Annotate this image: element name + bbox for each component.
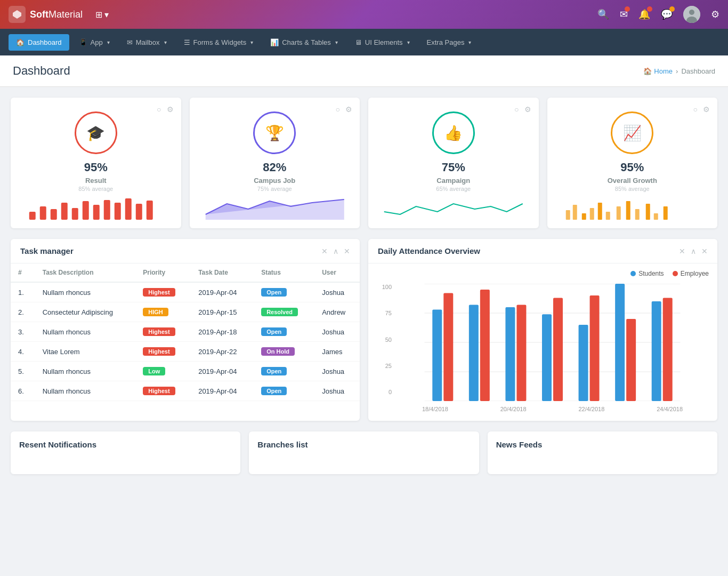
result-avg: 85% average — [19, 186, 173, 192]
task-manager-actions: ✕ ∧ ✕ — [321, 247, 350, 255]
svg-point-1 — [689, 10, 694, 15]
task-table-header-row: # Task Description Priority Task Date St… — [11, 263, 360, 282]
nav-mailbox[interactable]: ✉ Mailbox ▾ — [119, 34, 174, 51]
task-user: Joshua — [314, 282, 360, 302]
svg-rect-27 — [663, 206, 667, 220]
forms-icon: ☰ — [184, 38, 190, 46]
campus-circle: 🏆 — [253, 111, 296, 154]
bottom-panels: Resent Notifications Branches list News … — [11, 431, 717, 474]
mailbox-icon: ✉ — [127, 38, 133, 46]
app-icon: 📱 — [79, 38, 87, 46]
campus-value: 82% — [198, 161, 352, 174]
breadcrumb-home[interactable]: 🏠 Home — [643, 67, 673, 75]
attendance-panel: Daily Attendance Overview ✕ ∧ ✕ Students… — [368, 239, 717, 421]
bar-employee — [516, 305, 526, 401]
task-status: Open — [254, 322, 314, 342]
nav-app[interactable]: 📱 App ▾ — [71, 34, 117, 51]
brand-logo — [9, 6, 26, 23]
card-growth-gear-icon[interactable]: ⚙ — [703, 105, 710, 114]
svg-rect-6 — [61, 203, 68, 220]
chat-button[interactable]: 💬 — [661, 9, 673, 20]
task-date: 2019-Apr-22 — [191, 342, 254, 362]
col-user: User — [314, 263, 360, 282]
bell-button[interactable]: 🔔 — [638, 9, 650, 20]
legend-employee-dot — [673, 271, 678, 276]
svg-rect-14 — [147, 201, 153, 220]
card-growth-circle-icon[interactable]: ○ — [693, 105, 698, 114]
campaign-circle: 👍 — [432, 111, 475, 154]
card-campaign-gear-icon[interactable]: ⚙ — [524, 105, 531, 114]
attendance-close-icon[interactable]: ✕ — [701, 247, 708, 255]
bars-area: 18/4/2018 20/4/2018 22/4/2018 24/4/2018 — [396, 284, 709, 412]
nav-mailbox-label: Mailbox — [136, 38, 160, 46]
breadcrumb-separator: › — [676, 67, 678, 75]
task-desc: Nullam rhoncus — [35, 381, 136, 401]
bar-students — [652, 301, 661, 401]
main-content: ○ ⚙ 🎓 95% Result 85% average — [0, 87, 728, 485]
task-status: Open — [254, 381, 314, 401]
svg-rect-25 — [645, 204, 650, 220]
task-date: 2019-Apr-18 — [191, 322, 254, 342]
task-priority: Highest — [135, 322, 191, 342]
task-priority: Highest — [135, 282, 191, 302]
search-button[interactable]: 🔍 — [597, 9, 609, 20]
mail-button[interactable]: ✉ — [620, 9, 628, 20]
page-title: Dashboard — [13, 64, 70, 78]
branches-title: Branches list — [257, 440, 470, 449]
attendance-minimize-icon[interactable]: ∧ — [691, 247, 696, 255]
bar-employee — [590, 295, 600, 401]
legend-employee-label: Employee — [681, 270, 709, 277]
table-row: 1. Nullam rhoncus Highest 2019-Apr-04 Op… — [11, 282, 360, 302]
settings-button[interactable]: ⚙ — [711, 9, 719, 20]
attendance-actions: ✕ ∧ ✕ — [679, 247, 708, 255]
task-desc: Consectetur Adipiscing — [35, 302, 136, 322]
card-campus-circle-icon[interactable]: ○ — [336, 105, 340, 114]
main-navigation: 🏠 Dashboard 📱 App ▾ ✉ Mailbox ▾ ☰ Forms … — [0, 29, 728, 55]
task-manager-title: Task manager — [20, 246, 74, 255]
task-priority: HIGH — [135, 302, 191, 322]
grid-icon[interactable]: ⊞ ▾ — [95, 10, 109, 20]
card-result-icons: ○ ⚙ — [157, 105, 173, 114]
col-num: # — [11, 263, 35, 282]
card-campaign-circle-icon[interactable]: ○ — [514, 105, 519, 114]
svg-rect-13 — [136, 204, 142, 220]
svg-rect-22 — [616, 206, 620, 220]
card-result-circle-icon[interactable]: ○ — [157, 105, 161, 114]
result-circle: 🎓 — [75, 111, 117, 154]
breadcrumb-bar: Dashboard 🏠 Home › Dashboard — [0, 55, 728, 87]
task-user: Andrew — [314, 302, 360, 322]
charts-icon: 📊 — [270, 38, 279, 46]
nav-charts-tables[interactable]: 📊 Charts & Tables ▾ — [263, 34, 345, 51]
nav-charts-label: Charts & Tables — [282, 38, 331, 46]
nav-ui-elements[interactable]: 🖥 UI Elements ▾ — [347, 34, 417, 51]
nav-extra-pages[interactable]: Extra Pages ▾ — [419, 34, 479, 51]
nav-extra-label: Extra Pages — [427, 38, 465, 46]
stat-card-campaign: ○ ⚙ 👍 75% Campaign 65% average — [368, 98, 539, 228]
task-collapse-icon[interactable]: ✕ — [321, 247, 328, 255]
attendance-collapse-icon[interactable]: ✕ — [679, 247, 685, 255]
bar-employee — [663, 298, 673, 401]
task-minimize-icon[interactable]: ∧ — [333, 247, 338, 255]
brand: SoftMaterial ⊞ ▾ — [9, 6, 597, 23]
card-result-gear-icon[interactable]: ⚙ — [167, 105, 174, 114]
task-num: 2. — [11, 302, 35, 322]
bar-employee — [626, 319, 636, 401]
card-growth-icons: ○ ⚙ — [693, 105, 710, 114]
top-navigation: SoftMaterial ⊞ ▾ 🔍 ✉ 🔔 💬 ⚙ — [0, 0, 728, 29]
nav-forms-widgets[interactable]: ☰ Forms & Widgets ▾ — [176, 34, 261, 51]
y-75: 75 — [377, 310, 394, 316]
svg-rect-17 — [572, 205, 577, 220]
nav-dashboard[interactable]: 🏠 Dashboard — [9, 34, 69, 51]
chat-badge — [669, 6, 675, 12]
attendance-title: Daily Attendance Overview — [378, 246, 480, 255]
breadcrumb-home-label: Home — [654, 67, 673, 75]
campus-avg: 75% average — [198, 186, 352, 192]
notifications-panel: Resent Notifications — [11, 431, 240, 474]
svg-rect-7 — [72, 208, 78, 220]
task-close-icon[interactable]: ✕ — [344, 247, 350, 255]
card-campus-gear-icon[interactable]: ⚙ — [345, 105, 352, 114]
avatar[interactable] — [683, 6, 700, 23]
stat-cards-grid: ○ ⚙ 🎓 95% Result 85% average — [11, 98, 717, 228]
attendance-chart-container: 100 75 50 25 0 18/4/2018 20/4/2018 22/ — [368, 279, 717, 421]
svg-rect-20 — [597, 203, 602, 220]
